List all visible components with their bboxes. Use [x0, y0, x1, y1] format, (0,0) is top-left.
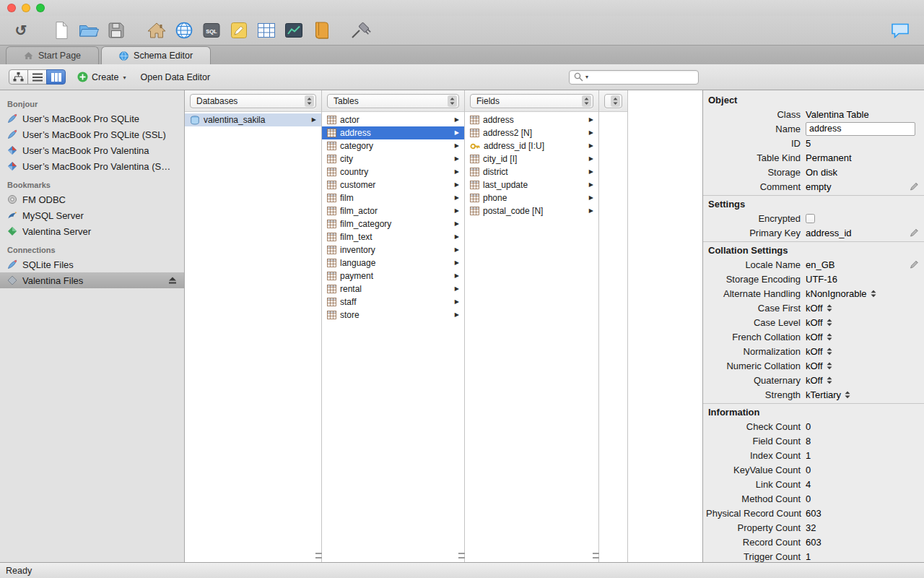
list-item[interactable]: city▶	[322, 152, 464, 165]
column-resize-grip[interactable]	[315, 553, 322, 558]
save-button[interactable]	[104, 18, 128, 43]
list-item[interactable]: store▶	[322, 309, 464, 322]
inspector-row-value: 8	[806, 436, 917, 447]
view-tree-button[interactable]	[9, 69, 28, 85]
sidebar-item[interactable]: SQLite Files	[0, 256, 184, 272]
open-button[interactable]	[77, 18, 101, 43]
sidebar-item[interactable]: MySQL Server	[0, 207, 184, 223]
column-scope-popup[interactable]: Tables	[327, 94, 459, 108]
search-options-chevron-icon[interactable]: ▾	[585, 74, 588, 80]
list-item[interactable]: category▶	[322, 139, 464, 152]
inspector-row-label: Storage Encoding	[706, 274, 806, 285]
table-button[interactable]	[254, 18, 279, 43]
browser-column	[599, 90, 628, 562]
list-item[interactable]: address▶	[465, 113, 598, 126]
eject-icon[interactable]	[168, 277, 177, 285]
sqlite-icon	[7, 113, 17, 124]
inspector-row-value: kTertiary	[806, 389, 917, 400]
tab-start-page[interactable]: Start Page	[6, 46, 99, 64]
search-field[interactable]: ▾	[569, 70, 699, 85]
home-button[interactable]	[144, 18, 169, 43]
view-list-button[interactable]	[27, 69, 47, 85]
sidebar-item[interactable]: Valentina Files	[0, 272, 184, 288]
book-button[interactable]	[309, 18, 334, 43]
list-item[interactable]: language▶	[322, 256, 464, 269]
disclosure-arrow-icon: ▶	[455, 143, 459, 149]
table-icon	[327, 311, 336, 319]
open-data-editor-button[interactable]: Open Data Editor	[141, 72, 211, 82]
tab-schema-editor[interactable]: Schema Editor	[101, 46, 211, 64]
schema-diagram-button[interactable]	[227, 18, 251, 43]
column-scope-popup[interactable]	[604, 94, 622, 108]
mysql-icon	[7, 210, 17, 220]
stepper-icon[interactable]	[845, 391, 850, 399]
sidebar-item[interactable]: User’s MacBook Pro SQLite (SSL)	[0, 126, 184, 142]
new-document-button[interactable]	[49, 18, 74, 43]
list-item[interactable]: district▶	[465, 165, 598, 178]
column-scope-popup[interactable]: Databases	[190, 94, 316, 108]
stepper-icon[interactable]	[871, 290, 876, 298]
list-item[interactable]: rental▶	[322, 282, 464, 296]
zoom-window-button[interactable]	[36, 4, 45, 12]
column-resize-grip[interactable]	[458, 553, 465, 558]
list-item[interactable]: inventory▶	[322, 243, 464, 256]
sidebar-item[interactable]: Valentina Server	[0, 223, 184, 239]
close-window-button[interactable]	[7, 4, 16, 12]
report-button[interactable]	[282, 18, 306, 43]
view-columns-button[interactable]	[46, 69, 66, 85]
stepper-icon[interactable]	[827, 333, 832, 341]
table-icon	[327, 207, 336, 215]
stepper-icon[interactable]	[827, 319, 832, 327]
web-button[interactable]	[172, 18, 196, 43]
report-icon	[284, 22, 303, 38]
name-field[interactable]	[806, 122, 915, 136]
list-item[interactable]: address2 [N]▶	[465, 126, 598, 139]
disclosure-arrow-icon: ▶	[455, 117, 459, 123]
list-item-label: inventory	[340, 245, 375, 255]
titlebar[interactable]	[0, 0, 924, 16]
minimize-window-button[interactable]	[22, 4, 30, 12]
undo-button[interactable]: ↺	[9, 18, 33, 43]
list-item[interactable]: valentina_sakila▶	[185, 113, 321, 126]
stepper-icon[interactable]	[827, 376, 832, 384]
list-item[interactable]: address▶	[322, 126, 464, 139]
sidebar-item[interactable]: User’s MacBook Pro SQLite	[0, 111, 184, 126]
list-item[interactable]: phone▶	[465, 191, 598, 204]
inspector-row-value: kOff	[806, 303, 917, 314]
list-item[interactable]: staff▶	[322, 296, 464, 309]
create-button[interactable]: Create ▾	[77, 72, 126, 82]
inspector-section-title: Collation Settings	[706, 243, 921, 257]
list-item[interactable]: address_id [I:U]▶	[465, 139, 598, 152]
connection-button[interactable]	[349, 18, 374, 43]
sidebar-item[interactable]: FM ODBC	[0, 191, 184, 207]
edit-pencil-icon[interactable]	[910, 182, 919, 191]
column-scope-popup[interactable]: Fields	[470, 94, 593, 108]
column-header	[599, 90, 627, 112]
toolbar: ↺SQL	[0, 16, 924, 45]
list-item[interactable]: last_update▶	[465, 178, 598, 191]
valentina-icon	[7, 161, 17, 171]
chat-button[interactable]	[888, 18, 912, 43]
list-item[interactable]: customer▶	[322, 178, 464, 191]
stepper-icon[interactable]	[827, 304, 832, 312]
list-item[interactable]: film_category▶	[322, 217, 464, 230]
sidebar-item[interactable]: User’s MacBook Pro Valentina	[0, 142, 184, 158]
edit-pencil-icon[interactable]	[910, 260, 919, 269]
list-item[interactable]: payment▶	[322, 269, 464, 282]
sidebar-item[interactable]: User’s MacBook Pro Valentina (S…	[0, 158, 184, 174]
stepper-icon[interactable]	[827, 348, 832, 355]
edit-pencil-icon[interactable]	[910, 228, 919, 238]
encrypted-checkbox[interactable]	[806, 214, 815, 223]
stepper-icon[interactable]	[827, 362, 832, 370]
column-resize-grip[interactable]	[593, 553, 599, 558]
list-item[interactable]: film▶	[322, 191, 464, 204]
list-item[interactable]: country▶	[322, 165, 464, 178]
inspector-value-text: kOff	[806, 332, 823, 342]
sql-editor-button[interactable]: SQL	[199, 18, 224, 43]
list-item[interactable]: actor▶	[322, 113, 464, 126]
list-item[interactable]: postal_code [N]▶	[465, 204, 598, 217]
list-item[interactable]: film_actor▶	[322, 204, 464, 217]
list-item[interactable]: film_text▶	[322, 230, 464, 243]
field-icon	[470, 129, 479, 137]
list-item[interactable]: city_id [I]▶	[465, 152, 598, 165]
